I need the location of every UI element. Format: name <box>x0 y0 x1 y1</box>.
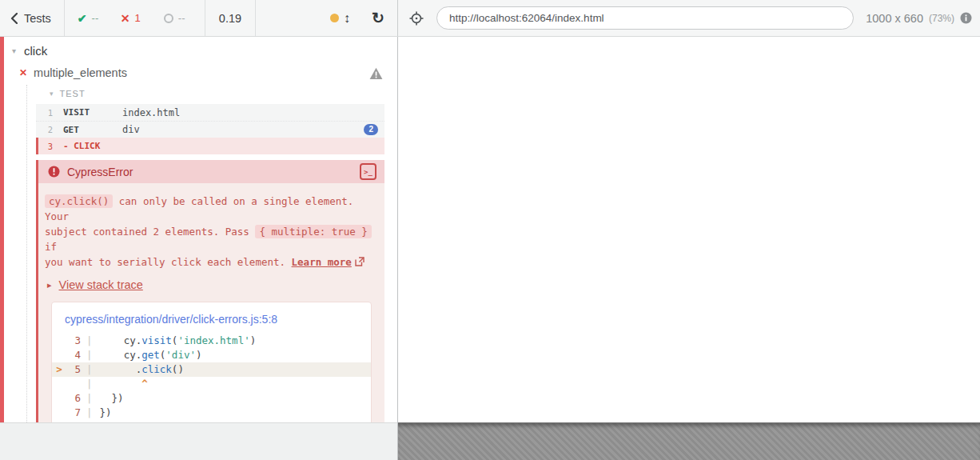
test-title: multiple_elements <box>34 66 127 79</box>
external-link-icon <box>355 257 365 266</box>
view-stack-trace-toggle[interactable]: ▸ View stack trace <box>47 278 372 291</box>
check-icon: ✔ <box>78 12 87 25</box>
cypress-test-runner: Tests ✔ -- ✕ 1 -- 0.19 <box>0 0 980 460</box>
test-failed-x-icon: ✕ <box>19 67 27 78</box>
learn-more-link[interactable]: Learn more <box>292 256 352 268</box>
crosshair-icon <box>409 11 424 26</box>
header-bar: Tests ✔ -- ✕ 1 -- 0.19 <box>0 0 980 37</box>
code-line: | ^ <box>52 377 371 391</box>
viewport-gutter <box>398 422 980 460</box>
caret-down-icon: ▾ <box>12 46 16 55</box>
viewport-info: 1000 x 660 (73%) <box>866 12 972 25</box>
test-stats: ✔ -- ✕ 1 -- <box>65 12 205 25</box>
code-frame-file-link[interactable]: cypress/integration/driver/click-errors.… <box>52 312 371 334</box>
reporter-footer <box>0 422 397 460</box>
command-message: div <box>122 124 384 135</box>
error-message: cy.click() can only be called on a singl… <box>45 194 372 270</box>
stat-failed: ✕ 1 <box>121 12 150 25</box>
command-row-visit[interactable]: 1VISITindex.html <box>36 104 384 121</box>
app-preview-panel <box>398 37 980 460</box>
viewport-info-icon[interactable] <box>960 12 972 24</box>
chevron-left-icon <box>10 13 18 24</box>
code-line: 6| }) <box>52 391 371 406</box>
pending-circle-icon <box>164 14 173 23</box>
test-section-toggle[interactable]: ▾ TEST <box>27 85 384 104</box>
code-line: 4| cy.get('div') <box>52 348 371 362</box>
inline-code-chip: { multiple: true } <box>255 225 371 238</box>
error-header: CypressError >_ <box>38 160 384 183</box>
test-multiple-elements[interactable]: ✕ multiple_elements <box>0 66 397 79</box>
refresh-icon: ↻ <box>372 9 384 27</box>
auto-scroll-indicator-dot <box>330 14 339 22</box>
reporter-header: Tests ✔ -- ✕ 1 -- 0.19 <box>0 0 398 36</box>
restart-tests-button[interactable]: ↻ <box>372 9 384 27</box>
url-text: http://localhost:62064/index.html <box>449 12 604 24</box>
suite-click[interactable]: ▾ click <box>0 40 397 58</box>
back-to-tests-button[interactable]: Tests <box>0 0 64 36</box>
pending-count: -- <box>178 12 185 24</box>
command-number: 2 <box>36 125 53 134</box>
back-label: Tests <box>24 12 51 25</box>
aut-iframe[interactable] <box>398 37 980 422</box>
command-name: VISIT <box>63 107 122 118</box>
command-number: 3 <box>38 142 53 151</box>
code-frame: cypress/integration/driver/click-errors.… <box>51 302 372 422</box>
error-circle-icon <box>48 166 60 178</box>
up-down-arrow-icon: ↕ <box>344 11 350 26</box>
stat-passed: ✔ -- <box>78 12 107 25</box>
run-duration: 0.19 <box>205 12 255 25</box>
divider <box>255 0 256 36</box>
command-name: GET <box>63 125 122 135</box>
warning-triangle-icon <box>369 67 383 80</box>
x-icon: ✕ <box>121 12 130 25</box>
inline-code-chip: cy.click() <box>45 194 113 208</box>
suite-title: click <box>24 44 47 58</box>
passed-count: -- <box>92 12 99 24</box>
code-line: 7|}) <box>52 406 371 420</box>
viewport-size: 1000 x 660 <box>866 12 923 25</box>
error-block: CypressError >_ cy.click() can only be c… <box>36 160 384 422</box>
error-name: CypressError <box>67 166 360 178</box>
element-count-badge: 2 <box>364 124 378 135</box>
viewport-scale: (73%) <box>929 13 954 24</box>
code-frame-snippet: 3| cy.visit('index.html')4| cy.get('div'… <box>52 334 371 422</box>
terminal-icon: >_ <box>364 168 372 176</box>
reporter-panel: ▾ click ✕ multiple_elements ▾ TEST <box>0 37 398 460</box>
url-bar[interactable]: http://localhost:62064/index.html <box>436 6 854 30</box>
command-log: 1VISITindex.html2GETdiv23- CLICK <box>36 104 384 154</box>
command-message: index.html <box>122 107 384 118</box>
print-to-console-button[interactable]: >_ <box>360 163 376 180</box>
failed-count: 1 <box>135 12 141 24</box>
auto-scroll-toggle[interactable]: ↕ <box>330 11 350 26</box>
test-section-label: TEST <box>60 89 86 98</box>
command-row-get[interactable]: 2GETdiv2 <box>36 121 384 138</box>
command-number: 1 <box>36 108 53 118</box>
command-row-click[interactable]: 3- CLICK <box>36 138 384 154</box>
code-line: 3| cy.visit('index.html') <box>52 334 371 348</box>
selector-playground-button[interactable] <box>409 11 424 26</box>
caret-down-icon: ▾ <box>50 90 54 98</box>
runner-header: http://localhost:62064/index.html 1000 x… <box>398 0 980 36</box>
reporter-content: ▾ click ✕ multiple_elements ▾ TEST <box>0 37 397 422</box>
failed-test-edge-bar <box>0 37 4 422</box>
code-line: >5| .click() <box>52 362 371 377</box>
stack-toggle-label: View stack trace <box>59 278 143 291</box>
error-body: cy.click() can only be called on a singl… <box>38 183 384 422</box>
caret-right-icon: ▸ <box>47 280 52 290</box>
main-split: ▾ click ✕ multiple_elements ▾ TEST <box>0 37 980 460</box>
command-name: - CLICK <box>63 141 122 151</box>
attempt-body: ▾ TEST 1VISITindex.html2GETdiv23- CLICK … <box>26 85 384 422</box>
code-line: 8| <box>52 420 371 422</box>
stat-pending: -- <box>164 12 193 24</box>
